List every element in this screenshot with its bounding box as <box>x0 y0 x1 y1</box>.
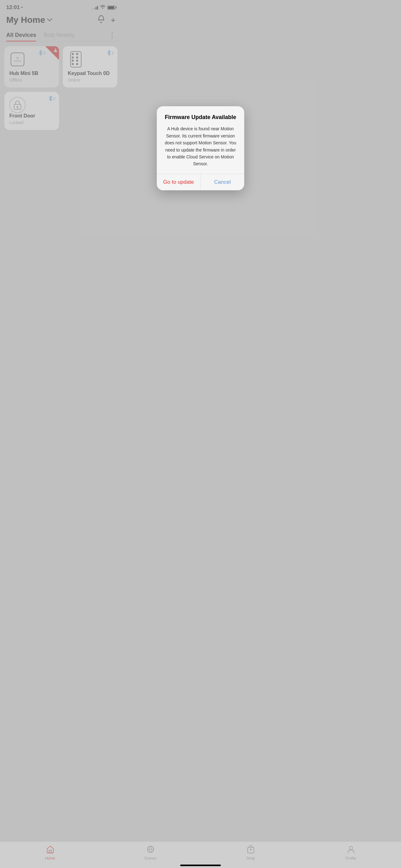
modal-overlay: Firmware Update Available A Hub device i… <box>0 0 122 264</box>
